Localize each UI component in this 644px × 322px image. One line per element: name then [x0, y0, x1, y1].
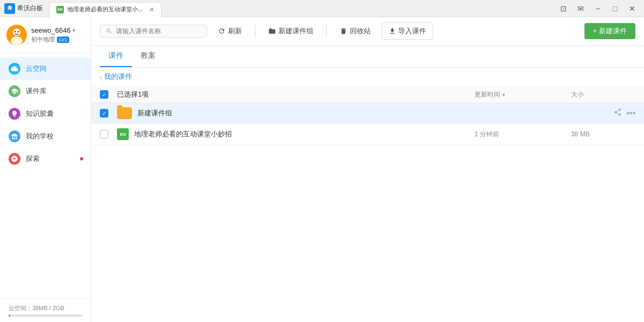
app-body: seewo_6646 ▾ 初中地理 LV1 云空间 课件库 [0, 17, 644, 322]
tab-lesson-plan[interactable]: 教案 [132, 46, 164, 67]
divider-2 [326, 25, 327, 38]
breadcrumb: ‹ 我的课件 [91, 68, 644, 86]
course-time: 1 分钟前 [474, 130, 571, 139]
sidebar-item-courses[interactable]: 课件库 [0, 80, 91, 103]
select-all-checkbox[interactable]: ✓ [100, 90, 108, 99]
folder-actions: ••• [613, 108, 635, 119]
refresh-label: 刷新 [228, 26, 242, 36]
toolbar: 刷新 新建课件组 回收站 导入课件 + 新建课件 [91, 17, 644, 46]
recycle-label: 回收站 [350, 26, 371, 36]
title-bar: 希 希沃白板 EN 地理老师必看的互动课堂小... ✕ ⊡ ✉ − □ ✕ [0, 0, 644, 17]
row-checkbox-folder[interactable]: ✓ [100, 109, 117, 118]
cloud-icon [9, 63, 20, 75]
tab-courseware[interactable]: 课件 [100, 46, 132, 67]
close-button[interactable]: ✕ [625, 3, 640, 14]
sidebar-item-courses-label: 课件库 [26, 86, 47, 96]
more-icon[interactable]: ••• [626, 108, 635, 118]
sidebar-item-cloud-label: 云空间 [26, 64, 47, 74]
level-badge: LV1 [57, 36, 69, 43]
screenshot-button[interactable]: ⊡ [556, 3, 571, 14]
sidebar-item-school-label: 我的学校 [26, 131, 54, 141]
row-checkbox-course[interactable] [100, 130, 117, 138]
folder-checkbox[interactable]: ✓ [100, 109, 108, 118]
app-logo: 希 希沃白板 [4, 3, 43, 14]
sidebar-footer: 云空间：38MB / 2GB [0, 298, 91, 322]
avatar [6, 25, 27, 45]
new-course-label: + 新建课件 [593, 26, 627, 36]
course-name: 地理老师必看的互动课堂小妙招 [134, 129, 474, 139]
storage-fill [9, 314, 10, 317]
active-tab[interactable]: EN 地理老师必看的互动课堂小... ✕ [49, 2, 162, 17]
content-tabs: 课件 教案 [91, 46, 644, 68]
file-list-header: ✓ 已选择1项 更新时间 ▾ 大小 [91, 86, 644, 103]
import-label: 导入课件 [398, 26, 426, 36]
folder-icon [117, 107, 132, 119]
header-time[interactable]: 更新时间 ▾ [474, 90, 571, 99]
new-group-label: 新建课件组 [279, 26, 313, 36]
main-content: 刷新 新建课件组 回收站 导入课件 + 新建课件 课件 [91, 17, 644, 322]
file-area: ‹ 我的课件 ✓ 已选择1项 更新时间 ▾ 大小 ✓ [91, 68, 644, 322]
divider-1 [255, 25, 255, 38]
header-size: 大小 [571, 90, 635, 99]
sidebar-nav: 云空间 课件库 知识胶囊 我的学校 [0, 53, 91, 298]
course-icon: EN [117, 128, 129, 140]
folder-icon [268, 27, 276, 35]
explore-notification-dot [80, 157, 83, 160]
sidebar-item-school[interactable]: 我的学校 [0, 125, 91, 148]
import-icon [389, 27, 396, 35]
sort-icon: ▾ [502, 92, 505, 98]
profile-info: seewo_6646 ▾ 初中地理 LV1 [31, 26, 75, 43]
sidebar-item-knowledge[interactable]: 知识胶囊 [0, 103, 91, 125]
svg-point-2 [11, 36, 23, 45]
search-input[interactable] [116, 27, 201, 35]
storage-bar [9, 314, 82, 317]
refresh-icon [218, 27, 225, 35]
profile-section[interactable]: seewo_6646 ▾ 初中地理 LV1 [0, 17, 91, 53]
table-row[interactable]: ✓ 新建课件组 ••• [91, 103, 644, 124]
import-button[interactable]: 导入课件 [382, 23, 433, 40]
profile-dropdown-arrow: ▾ [72, 27, 75, 33]
recycle-button[interactable]: 回收站 [333, 24, 377, 39]
window-controls: ⊡ ✉ − □ ✕ [556, 3, 640, 14]
new-group-button[interactable]: 新建课件组 [262, 24, 320, 39]
svg-point-4 [18, 31, 19, 32]
trash-icon [340, 27, 347, 35]
minimize-button[interactable]: − [590, 3, 605, 14]
table-row[interactable]: EN 地理老师必看的互动课堂小妙招 1 分钟前 38 MB [91, 124, 644, 145]
breadcrumb-back-icon: ‹ [100, 73, 102, 81]
maximize-button[interactable]: □ [608, 3, 623, 14]
sidebar-item-cloud[interactable]: 云空间 [0, 57, 91, 80]
profile-name: seewo_6646 ▾ [31, 26, 75, 34]
sidebar-item-knowledge-label: 知识胶囊 [26, 109, 54, 119]
new-course-button[interactable]: + 新建课件 [584, 23, 635, 39]
tab-title: 地理老师必看的互动课堂小... [67, 5, 143, 13]
share-icon[interactable] [613, 108, 622, 119]
tab-close-button[interactable]: ✕ [149, 6, 155, 13]
search-icon [106, 27, 113, 35]
mail-button[interactable]: ✉ [573, 3, 588, 14]
app-logo-icon: 希 [4, 3, 15, 14]
breadcrumb-root[interactable]: 我的课件 [104, 72, 132, 82]
profile-sub: 初中地理 LV1 [31, 35, 75, 43]
search-box[interactable] [100, 25, 207, 38]
course-size: 38 MB [571, 130, 635, 138]
sidebar-item-explore[interactable]: 探索 [0, 148, 91, 170]
courses-icon [9, 85, 20, 97]
explore-icon [9, 153, 20, 165]
course-checkbox[interactable] [100, 130, 108, 138]
refresh-button[interactable]: 刷新 [211, 24, 248, 39]
sidebar-item-explore-label: 探索 [26, 154, 40, 164]
storage-label: 云空间：38MB / 2GB [9, 304, 82, 312]
tab-icon: EN [56, 6, 64, 13]
header-selected-count: 已选择1项 [117, 90, 474, 99]
svg-point-3 [14, 31, 16, 32]
app-name: 希沃白板 [17, 4, 43, 13]
header-checkbox[interactable]: ✓ [100, 90, 117, 99]
school-icon [9, 130, 20, 142]
knowledge-icon [9, 108, 20, 120]
folder-name: 新建课件组 [137, 108, 452, 118]
sidebar: seewo_6646 ▾ 初中地理 LV1 云空间 课件库 [0, 17, 91, 322]
